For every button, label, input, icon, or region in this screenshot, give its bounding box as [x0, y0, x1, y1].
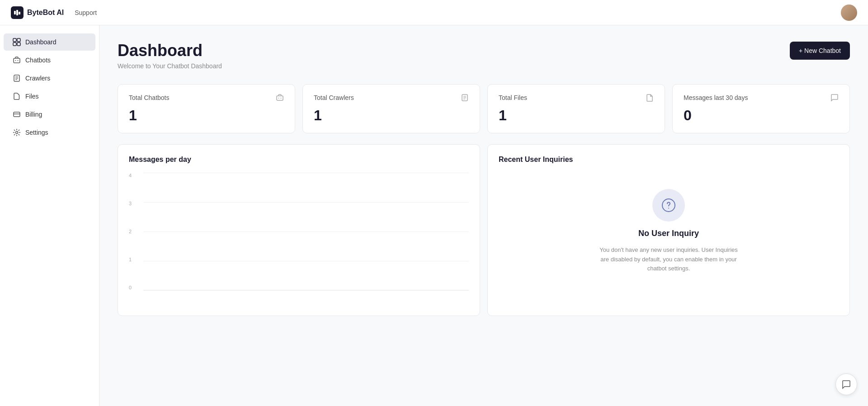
app-name: ByteBot AI [27, 9, 64, 17]
svg-point-20 [281, 98, 282, 99]
stat-label-chatbots: Total Chatbots [129, 94, 170, 101]
messages-chart-area: 4 3 2 1 0 [129, 173, 469, 299]
stat-card-files: Total Files 1 [487, 84, 665, 133]
messages-chart-title: Messages per day [129, 156, 469, 164]
chart-svg [143, 173, 469, 290]
stat-value-chatbots: 1 [129, 107, 284, 124]
sidebar-label-billing: Billing [25, 111, 42, 118]
y-label-4: 4 [129, 173, 132, 178]
page-title: Dashboard [118, 42, 222, 60]
stat-card-header-chatbots: Total Chatbots [129, 94, 284, 102]
chatbots-icon [13, 56, 21, 64]
inquiry-icon-circle [652, 189, 685, 222]
svg-point-9 [15, 60, 16, 61]
svg-point-27 [668, 208, 669, 208]
avatar[interactable] [841, 5, 857, 21]
sidebar-label-files: Files [25, 93, 39, 100]
sidebar-item-crawlers[interactable]: Crawlers [4, 70, 95, 87]
question-mark-icon [661, 198, 676, 212]
avatar-image [841, 5, 857, 21]
stat-value-crawlers: 1 [314, 107, 469, 124]
y-label-1: 1 [129, 257, 132, 262]
page-heading: Dashboard Welcome to Your Chatbot Dashbo… [118, 42, 222, 70]
inquiries-title: Recent User Inquiries [499, 156, 839, 164]
svg-rect-18 [277, 96, 283, 100]
stat-card-header-files: Total Files [499, 94, 654, 102]
chart-y-axis: 4 3 2 1 0 [129, 173, 132, 290]
page-subtitle: Welcome to Your Chatbot Dashboard [118, 62, 222, 70]
svg-point-10 [18, 60, 19, 61]
stat-card-header-crawlers: Total Crawlers [314, 94, 469, 102]
stat-card-messages: Messages last 30 days 0 [672, 84, 850, 133]
support-link[interactable]: Support [75, 9, 97, 16]
main-header: Dashboard Welcome to Your Chatbot Dashbo… [118, 42, 850, 70]
stat-icon-messages [830, 94, 839, 102]
sidebar-item-files[interactable]: Files [4, 88, 95, 105]
svg-rect-8 [14, 58, 20, 63]
logo-icon [11, 6, 24, 19]
float-chat-button[interactable] [835, 373, 857, 395]
sidebar: Dashboard Chatbots Crawlers F [0, 25, 99, 406]
sidebar-label-settings: Settings [25, 129, 48, 136]
inquiries-panel: Recent User Inquiries No User Inquiry Yo… [487, 144, 850, 316]
stat-icon-chatbots [276, 94, 284, 102]
stat-value-messages: 0 [684, 107, 839, 124]
sidebar-label-chatbots: Chatbots [25, 57, 51, 64]
stat-label-files: Total Files [499, 94, 527, 101]
y-label-0: 0 [129, 285, 132, 290]
sidebar-label-dashboard: Dashboard [25, 38, 57, 46]
stat-icon-crawlers [461, 94, 469, 102]
stats-grid: Total Chatbots 1 Total Crawlers [118, 84, 850, 133]
sidebar-item-billing[interactable]: Billing [4, 106, 95, 123]
sidebar-item-settings[interactable]: Settings [4, 124, 95, 141]
messages-per-day-panel: Messages per day 4 3 2 1 0 [118, 144, 480, 316]
files-icon [13, 92, 21, 100]
inquiry-empty-desc: You don't have any new user inquiries. U… [596, 245, 741, 274]
stat-label-crawlers: Total Crawlers [314, 94, 354, 101]
main-content: Dashboard Welcome to Your Chatbot Dashbo… [99, 25, 868, 406]
svg-point-19 [278, 98, 279, 99]
topnav-left: ByteBot AI Support [11, 6, 97, 19]
svg-rect-2 [16, 10, 18, 15]
stat-card-header-messages: Messages last 30 days [684, 94, 839, 102]
crawlers-icon [13, 74, 21, 82]
grid-line-0 [143, 290, 469, 291]
layout: Dashboard Chatbots Crawlers F [0, 25, 868, 406]
dashboard-icon [13, 38, 21, 46]
svg-rect-5 [17, 38, 20, 42]
inquiry-empty-title: No User Inquiry [638, 229, 699, 238]
stat-icon-files [646, 94, 654, 102]
sidebar-item-dashboard[interactable]: Dashboard [4, 33, 95, 51]
stat-value-files: 1 [499, 107, 654, 124]
stat-card-chatbots: Total Chatbots 1 [118, 84, 295, 133]
y-label-3: 3 [129, 201, 132, 206]
svg-rect-15 [14, 112, 20, 117]
y-label-2: 2 [129, 229, 132, 234]
sidebar-label-crawlers: Crawlers [25, 75, 50, 82]
stat-label-messages: Messages last 30 days [684, 94, 748, 101]
billing-icon [13, 110, 21, 118]
new-chatbot-button[interactable]: + New Chatbot [790, 42, 850, 60]
svg-rect-1 [14, 11, 16, 14]
svg-point-17 [16, 132, 18, 134]
logo: ByteBot AI [11, 6, 64, 19]
svg-rect-3 [19, 12, 20, 14]
settings-icon [13, 128, 21, 137]
inquiry-empty-state: No User Inquiry You don't have any new u… [499, 173, 839, 290]
svg-rect-7 [17, 42, 20, 46]
svg-rect-6 [13, 42, 16, 46]
topnav: ByteBot AI Support [0, 0, 868, 25]
panels-grid: Messages per day 4 3 2 1 0 [118, 144, 850, 316]
sidebar-item-chatbots[interactable]: Chatbots [4, 52, 95, 69]
stat-card-crawlers: Total Crawlers 1 [302, 84, 480, 133]
float-chat-icon [841, 379, 851, 389]
svg-rect-4 [13, 38, 16, 42]
